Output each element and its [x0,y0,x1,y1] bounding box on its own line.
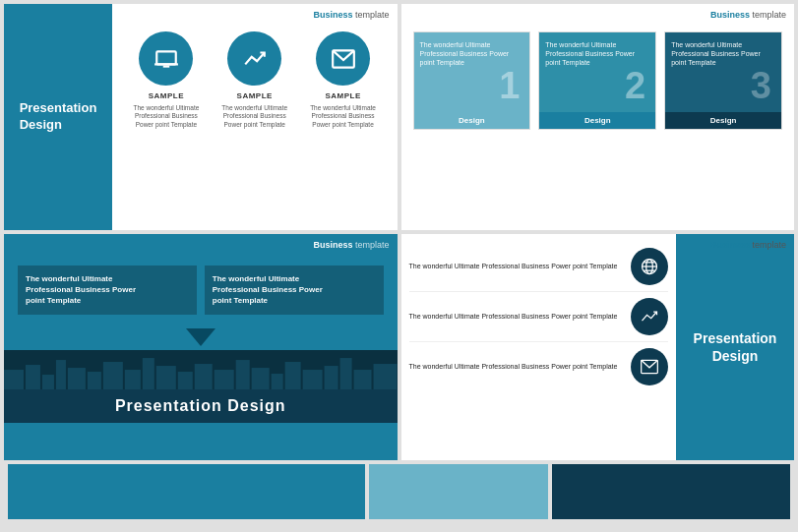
bar-segment-3 [552,464,790,519]
slide4-text-3: The wonderful Ultimate Professional Busi… [409,362,626,372]
card3-btn: Design [665,112,781,129]
svg-rect-7 [42,375,54,389]
slide1-title: Presentation Design [20,100,97,134]
svg-rect-21 [285,362,301,389]
skyline-svg [4,350,398,389]
slide3-box-1: The wonderful Ultimate Professional Busi… [18,266,197,315]
slide2-cards: The wonderful Ultimate Professional Busi… [401,4,795,140]
sample-label-2: SAMPLE [237,91,273,100]
slide4-header-template: template [752,240,786,250]
svg-rect-22 [303,370,323,389]
slide1-right-panel: Business template SAMPLE The wonderful U… [112,4,398,230]
slide-3: Business template The wonderful Ultimate… [4,234,398,460]
card2-top: The wonderful Ultimate Professional Busi… [539,32,655,112]
laptop-icon [153,46,179,72]
slide4-right-title: Presentation Design [694,329,777,365]
sample-label-1: SAMPLE [149,91,184,100]
slide3-box1-text: The wonderful Ultimate Professional Busi… [26,274,136,305]
svg-rect-15 [178,372,193,389]
svg-marker-4 [186,328,215,346]
slide4-icon-1 [631,248,668,285]
slide4-header-bold: Business [710,240,750,250]
sample-text-3: The wonderful Ultimate Professional Busi… [306,104,380,129]
slide-1: Presentation Design Business template [4,4,398,230]
slide2-header: Business template [710,10,786,20]
slide3-header-bold: Business [313,240,352,250]
slide3-footer: Presentation Design [4,389,398,423]
slide3-arrow [4,328,398,346]
slide4-left: Business template The wonderful Ultimate… [401,234,677,460]
slide4-text-2: The wonderful Ultimate Professional Busi… [409,312,626,322]
svg-rect-17 [215,370,234,389]
chart-trend-icon [640,307,659,326]
svg-rect-14 [156,366,176,389]
mail-icon [640,357,659,377]
bottom-bar [4,464,794,523]
slide4-row-2: The wonderful Ultimate Professional Busi… [409,298,669,342]
slide4-row-1: The wonderful Ultimate Professional Busi… [409,248,669,292]
svg-rect-16 [195,364,213,389]
slide2-header-template: template [752,10,786,20]
svg-rect-13 [143,358,154,389]
slide-2: Business template The wonderful Ultimate… [401,4,795,230]
card-2: The wonderful Ultimate Professional Busi… [538,31,656,130]
slide4-text-1: The wonderful Ultimate Professional Busi… [409,262,626,271]
svg-rect-5 [4,370,24,389]
svg-rect-25 [354,370,372,389]
slide4-right: Presentation Design [676,234,794,460]
sample-circle-3 [316,31,370,86]
sample-circle-1 [139,31,193,86]
slide3-header-template: template [355,240,390,250]
city-skyline [4,350,398,389]
svg-rect-24 [340,358,352,389]
svg-rect-11 [103,362,123,389]
slide-4: Business template The wonderful Ultimate… [401,234,795,460]
svg-rect-6 [26,365,40,389]
card2-btn: Design [539,112,655,129]
slide1-samples: SAMPLE The wonderful Ultimate Profession… [122,31,388,129]
slide4-icon-2 [631,298,668,335]
envelope-icon [331,46,356,72]
card2-text: The wonderful Ultimate Professional Busi… [545,41,635,66]
bar-segment-2 [369,464,548,519]
sample-item-2: SAMPLE The wonderful Ultimate Profession… [217,31,291,129]
slide3-box2-text: The wonderful Ultimate Professional Busi… [213,274,323,305]
sample-circle-2 [227,31,281,86]
slide4-row-3: The wonderful Ultimate Professional Busi… [409,348,669,391]
svg-rect-10 [88,372,101,389]
card1-btn: Design [414,112,530,129]
sample-text-2: The wonderful Ultimate Professional Busi… [217,104,291,129]
chart-icon [242,46,268,72]
card1-number: 1 [420,67,524,104]
svg-rect-9 [68,368,86,389]
slide4-header: Business template [710,240,786,250]
slide3-header: Business template [313,240,389,250]
bar-segment-1 [8,464,365,519]
card1-top: The wonderful Ultimate Professional Busi… [414,32,530,112]
card2-number: 2 [545,67,649,104]
sample-item-1: SAMPLE The wonderful Ultimate Profession… [129,31,203,129]
card-1: The wonderful Ultimate Professional Busi… [413,31,531,130]
card1-text: The wonderful Ultimate Professional Busi… [420,41,510,66]
slide3-box-2: The wonderful Ultimate Professional Busi… [205,266,384,315]
card3-text: The wonderful Ultimate Professional Busi… [671,41,761,66]
slide1-left-panel: Presentation Design [4,4,112,230]
slide3-footer-title: Presentation Design [115,397,286,414]
sample-item-3: SAMPLE The wonderful Ultimate Profession… [306,31,380,129]
svg-rect-26 [374,364,398,389]
arrow-down-icon [186,328,215,346]
svg-rect-18 [236,360,250,389]
sample-label-3: SAMPLE [325,91,360,100]
svg-rect-0 [156,51,176,64]
card3-number: 3 [671,67,775,104]
header-bold: Business [313,10,352,20]
svg-rect-19 [252,368,270,389]
svg-rect-12 [125,370,141,389]
svg-rect-23 [325,366,338,389]
svg-rect-8 [56,360,66,389]
header-template: template [355,10,390,20]
card3-top: The wonderful Ultimate Professional Busi… [665,32,781,112]
slide4-icon-3 [631,348,668,385]
card-3: The wonderful Ultimate Professional Busi… [664,31,782,130]
svg-rect-20 [272,374,283,389]
